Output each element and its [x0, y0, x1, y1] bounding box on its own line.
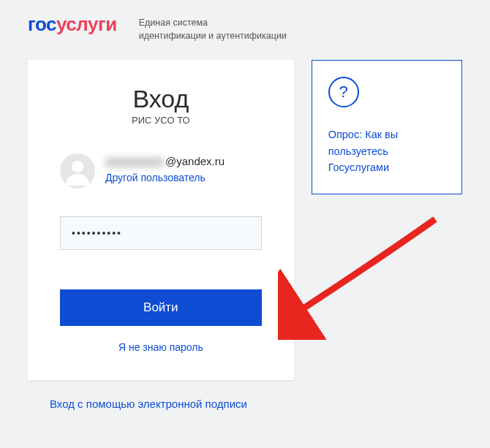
logo: госуслуги	[28, 13, 117, 36]
tagline-line-1: Единая система	[139, 16, 287, 29]
login-card: Вход РИС УСО ТО @yandex.ru Другой пользо…	[28, 60, 294, 380]
header: госуслуги Единая система идентификации и…	[0, 0, 490, 51]
email-domain: @yandex.ru	[165, 155, 225, 167]
svg-point-1	[72, 161, 83, 172]
user-info: @yandex.ru Другой пользователь	[105, 153, 225, 184]
poll-card: ? Опрос: Как вы пользуетесь Госуслугами	[312, 60, 462, 194]
avatar	[60, 153, 95, 189]
esign-row: Вход с помощью электронной подписи	[0, 398, 490, 411]
forgot-password-row: Я не знаю пароль	[60, 341, 262, 354]
password-input[interactable]	[60, 216, 262, 250]
tagline-line-2: идентификации и аутентификации	[139, 29, 287, 42]
logo-text-uslugi: услуги	[56, 13, 117, 35]
forgot-password-link[interactable]: Я не знаю пароль	[118, 341, 203, 353]
login-subtitle: РИС УСО ТО	[60, 115, 262, 126]
question-icon: ?	[328, 77, 359, 107]
login-title: Вход	[60, 85, 262, 113]
tagline: Единая система идентификации и аутентифи…	[139, 13, 287, 42]
user-row: @yandex.ru Другой пользователь	[60, 153, 262, 189]
poll-link[interactable]: Опрос: Как вы пользуетесь Госуслугами	[328, 126, 445, 175]
login-button[interactable]: Войти	[60, 289, 262, 326]
redacted-email-prefix	[105, 157, 164, 167]
main-content: Вход РИС УСО ТО @yandex.ru Другой пользо…	[0, 51, 490, 380]
user-email: @yandex.ru	[105, 155, 225, 167]
logo-text-gos: гос	[28, 13, 56, 35]
esign-link[interactable]: Вход с помощью электронной подписи	[50, 398, 247, 410]
other-user-link[interactable]: Другой пользователь	[105, 172, 206, 183]
